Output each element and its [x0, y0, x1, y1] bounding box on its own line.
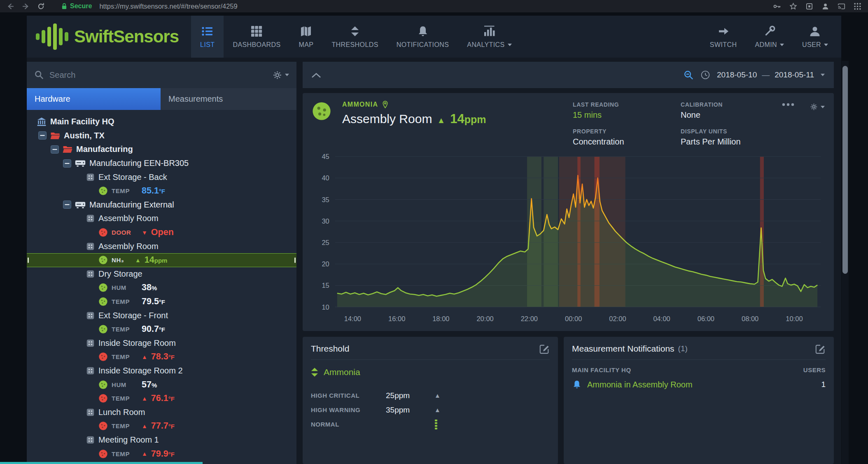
nav-item-map[interactable]: MAP: [290, 16, 323, 58]
nav-item-analytics[interactable]: ANALYTICS: [458, 16, 520, 58]
cast-icon[interactable]: [838, 2, 845, 10]
nav-item-notifications[interactable]: NOTIFICATIONS: [387, 16, 458, 58]
tree-row[interactable]: Assembly Room: [27, 239, 296, 253]
browser-reload-icon[interactable]: [37, 2, 45, 10]
tree-row[interactable]: TEMP▲76.1°F: [27, 392, 296, 406]
browser-back-icon[interactable]: [7, 2, 14, 10]
measurement-type-label: TEMP: [112, 353, 138, 360]
profile-icon[interactable]: [821, 2, 829, 10]
tree-row[interactable]: Inside Storage Room: [27, 336, 296, 350]
location-pin-icon[interactable]: [382, 100, 388, 109]
extension-icon[interactable]: [805, 2, 813, 10]
collapse-toggle[interactable]: [51, 145, 59, 154]
sensor-name: Assembly Room: [342, 112, 432, 126]
security-badge[interactable]: Secure: [61, 2, 92, 10]
tree-row[interactable]: TEMP▲78.3°F: [27, 350, 296, 364]
sensor-type-label: AMMONIA: [342, 101, 378, 108]
nav-item-user[interactable]: USER: [793, 16, 837, 58]
tree-row[interactable]: Lunch Room: [27, 405, 296, 419]
meta-property: PROPERTYConcentration: [573, 128, 681, 147]
edit-threshold-button[interactable]: [539, 343, 550, 354]
tree-row[interactable]: TEMP79.5°F: [27, 295, 296, 309]
tree-row[interactable]: TEMP▲79.9°F: [27, 447, 296, 461]
tree-row[interactable]: Austin, TX: [27, 129, 296, 143]
sensor-dot-icon: [98, 394, 108, 403]
collapse-toggle[interactable]: [38, 131, 47, 140]
tree-row[interactable]: Manufacturing External: [27, 198, 296, 212]
sensor-dot-icon: [98, 421, 108, 431]
sensor-dot-icon: [98, 186, 108, 196]
threshold-level-label: HIGH WARNING: [311, 406, 386, 413]
bookmark-star-icon[interactable]: [789, 2, 797, 10]
tree-row[interactable]: Assembly Room: [27, 212, 296, 226]
tree-node-label: Inside Storage Room 2: [98, 366, 183, 375]
tab-measurements[interactable]: Measurements: [161, 88, 296, 110]
trend-up-icon: ▲: [142, 451, 147, 457]
svg-text:06:00: 06:00: [698, 315, 714, 323]
tree-row[interactable]: Meeting Room 1: [27, 433, 296, 447]
search-icon: [34, 70, 44, 80]
collapse-panel-button[interactable]: [312, 72, 321, 78]
nav-item-admin[interactable]: ADMIN: [746, 16, 793, 58]
date-range-picker[interactable]: 2018-05-10 — 2018-05-11: [717, 70, 825, 79]
collapse-toggle[interactable]: [63, 159, 71, 168]
collapse-toggle[interactable]: [63, 201, 71, 209]
threshold-value: 35ppm: [386, 406, 434, 415]
tree-row[interactable]: Main Facility HQ: [27, 115, 296, 129]
tree-row[interactable]: TEMP85.1°F: [27, 184, 296, 198]
tree-row[interactable]: NH₃▲14ppm: [27, 253, 296, 267]
horizontal-scrollbar[interactable]: [0, 462, 203, 464]
bridge-icon: [86, 339, 95, 347]
svg-text:16:00: 16:00: [388, 315, 405, 323]
tree-row[interactable]: TEMP90.7°F: [27, 322, 296, 336]
tree-row[interactable]: Manufacturing EEN-BR305: [27, 156, 296, 170]
vertical-scrollbar[interactable]: [842, 61, 849, 464]
tab-hardware[interactable]: Hardware: [27, 88, 161, 110]
tree-row[interactable]: Inside Storage Room 2: [27, 364, 296, 378]
tree-node-label: Meeting Room 1: [98, 435, 159, 445]
tree-row[interactable]: Ext Storage - Front: [27, 308, 296, 322]
tree-row[interactable]: TEMP▲77.7°F: [27, 419, 296, 433]
padlock-icon: [61, 3, 67, 10]
search-settings-button[interactable]: [273, 70, 289, 80]
svg-text:20: 20: [322, 260, 329, 268]
tree-row[interactable]: Dry Storage: [27, 267, 296, 281]
tree-row[interactable]: Ext Storage - Back: [27, 170, 296, 184]
sensor-dot-icon: [98, 255, 108, 265]
zoom-out-button[interactable]: [684, 70, 694, 80]
nav-item-list[interactable]: LIST: [191, 16, 224, 58]
arrow-up-icon: ▲: [434, 406, 441, 413]
tree-row[interactable]: HUM57%: [27, 378, 296, 392]
tree-row[interactable]: DOOR▼Open: [27, 226, 296, 240]
scrollbar-thumb[interactable]: [842, 66, 848, 274]
trend-up-icon: ▲: [142, 423, 147, 429]
threshold-row: NORMAL: [311, 417, 550, 431]
address-bar[interactable]: https://my.swiftsensors.net/#/tree/senso…: [99, 2, 766, 10]
tree-row[interactable]: Manufacturing: [27, 142, 296, 156]
analytics-icon: [483, 25, 495, 37]
sensor-meta: LAST READING15 mins CALIBRATIONNone PROP…: [573, 101, 741, 151]
nav-item-label: SWITCH: [710, 41, 737, 49]
threshold-sensor[interactable]: Ammonia: [311, 367, 550, 377]
search-input[interactable]: [49, 70, 267, 80]
notification-item[interactable]: Ammonia in Assembly Room1: [572, 380, 826, 389]
sensor-current-value: 14ppm: [450, 112, 486, 126]
nav-item-dashboards[interactable]: DASHBOARDS: [224, 16, 289, 58]
meta-display-units: DISPLAY UNITSParts Per Million: [681, 128, 741, 147]
apps-grid-icon[interactable]: [854, 2, 861, 10]
more-options-button[interactable]: [782, 103, 794, 106]
nav-item-label: DASHBOARDS: [233, 41, 280, 49]
nav-item-label: ANALYTICS: [467, 41, 504, 49]
tree-row[interactable]: HUM38%: [27, 281, 296, 295]
nav-item-thresholds[interactable]: THRESHOLDS: [322, 16, 387, 58]
brand-logo[interactable]: SwiftSensors: [27, 16, 191, 58]
chart-container: 101520253035404514:0016:0018:0020:0022:0…: [312, 151, 825, 331]
bridge-icon: [86, 173, 95, 182]
browser-forward-icon[interactable]: [22, 2, 30, 10]
edit-notifications-button[interactable]: [815, 343, 826, 354]
chart-settings-button[interactable]: [810, 103, 825, 111]
nav-item-switch[interactable]: SWITCH: [701, 16, 746, 58]
key-icon[interactable]: [773, 2, 781, 10]
tree-node-label: Manufacturing External: [89, 200, 174, 210]
threshold-level-label: HIGH CRITICAL: [311, 392, 386, 399]
